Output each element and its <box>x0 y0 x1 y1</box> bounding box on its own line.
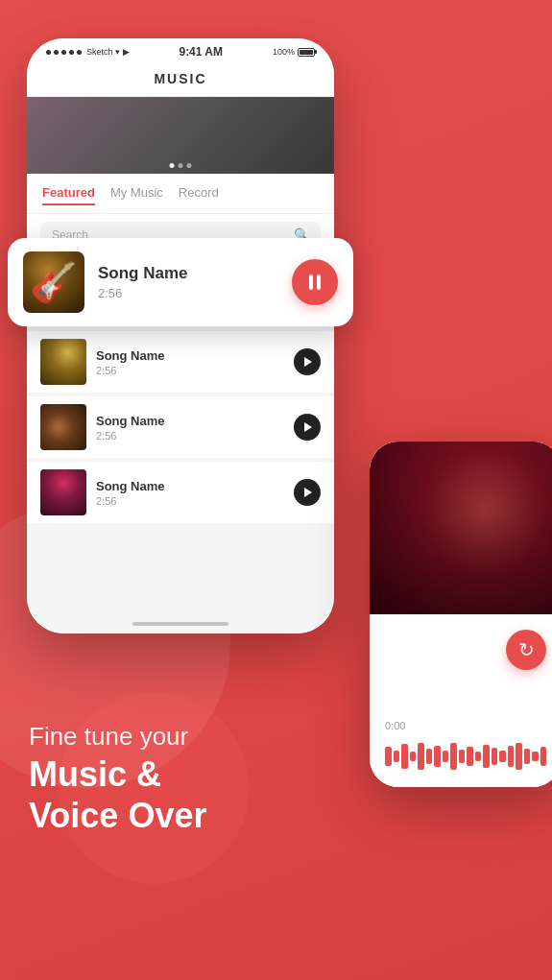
pause-bar-left <box>309 275 313 290</box>
song-duration: 2:56 <box>96 495 284 507</box>
waveform <box>385 741 546 772</box>
secondary-hero <box>370 442 552 614</box>
phone-time: 9:41 AM <box>179 45 223 59</box>
tab-record[interactable]: Record <box>179 185 219 205</box>
wave-bar <box>459 750 466 763</box>
play-icon <box>304 422 312 432</box>
now-playing-thumbnail: 🎸 <box>23 251 84 313</box>
battery-percent: 100% <box>273 47 295 57</box>
phone-signal-area: Sketch ▾ ▶ <box>46 47 130 57</box>
now-playing-card: 🎸 Song Name 2:56 <box>8 238 353 326</box>
hero-dot-1[interactable] <box>170 163 175 168</box>
song-thumbnail <box>40 339 86 385</box>
wave-bar <box>467 747 473 767</box>
hero-dots <box>170 163 192 168</box>
song-info: Song Name 2:56 <box>96 414 284 442</box>
home-indicator <box>132 622 228 626</box>
wave-bar <box>475 752 482 761</box>
song-duration: 2:56 <box>96 365 284 376</box>
now-playing-title: Song Name <box>98 264 278 283</box>
hero-overlay <box>27 97 334 174</box>
list-item[interactable]: Song Name 2:56 <box>27 396 334 458</box>
tabs-bar: Featured My Music Record <box>27 174 334 214</box>
secondary-phone: ↻ 0:00 <box>370 442 552 787</box>
song-thumbnail <box>40 469 86 515</box>
play-button[interactable] <box>294 348 321 375</box>
wave-bar <box>394 751 400 763</box>
song-info: Song Name 2:56 <box>96 348 284 376</box>
phone-battery-area: 100% <box>273 47 315 57</box>
song-thumbnail <box>40 404 86 450</box>
wave-bar <box>516 743 522 769</box>
wave-bar <box>492 748 498 765</box>
tagline-subtitle: Fine tune your <box>29 721 206 753</box>
play-icon <box>304 488 312 497</box>
wave-bar <box>540 747 547 765</box>
wave-bar <box>483 745 490 768</box>
wave-bar <box>524 749 531 764</box>
battery-icon <box>298 48 315 57</box>
main-phone: Sketch ▾ ▶ 9:41 AM 100% MUSIC <box>27 38 334 633</box>
now-playing-info: Song Name 2:56 <box>98 264 278 300</box>
secondary-content: ↻ 0:00 <box>370 614 552 787</box>
signal-dot-2 <box>54 50 59 55</box>
wave-bar <box>385 747 392 765</box>
song-name: Song Name <box>96 479 284 493</box>
replay-icon: ↻ <box>518 638 535 661</box>
phone-status-bar: Sketch ▾ ▶ 9:41 AM 100% <box>27 38 334 65</box>
guitar-icon: 🎸 <box>23 251 84 313</box>
signal-dot-3 <box>61 50 66 55</box>
hero-banner <box>27 97 334 174</box>
app-title: MUSIC <box>27 71 334 86</box>
signal-dot-1 <box>46 50 51 55</box>
network-label: Sketch ▾ ▶ <box>86 47 130 57</box>
wave-bar <box>401 744 408 769</box>
replay-button[interactable]: ↻ <box>506 630 546 670</box>
secondary-hero-overlay <box>370 442 552 614</box>
tagline-main: Music & Voice Over <box>29 753 206 836</box>
wave-bar <box>499 751 506 763</box>
wave-bar <box>426 749 433 764</box>
pause-icon <box>309 275 321 290</box>
tab-featured[interactable]: Featured <box>42 185 95 205</box>
wave-bar <box>434 746 441 767</box>
list-item[interactable]: Song Name 2:56 <box>27 462 334 523</box>
hero-dot-3[interactable] <box>187 163 192 168</box>
tagline-block: Fine tune your Music & Voice Over <box>29 721 206 836</box>
song-name: Song Name <box>96 414 284 428</box>
pause-bar-right <box>317 275 321 290</box>
wave-bar <box>418 743 424 771</box>
song-duration: 2:56 <box>96 430 284 442</box>
wave-bar <box>443 751 449 761</box>
play-icon <box>304 357 312 367</box>
wave-bar <box>508 746 515 767</box>
hero-dot-2[interactable] <box>179 163 183 168</box>
wave-bar <box>410 752 417 761</box>
app-header: MUSIC <box>27 65 334 97</box>
signal-dot-5 <box>77 50 82 55</box>
play-button[interactable] <box>294 479 321 506</box>
timer-display: 0:00 <box>385 720 546 731</box>
song-name: Song Name <box>96 348 284 363</box>
wave-bar <box>532 752 539 761</box>
pause-button[interactable] <box>292 259 338 305</box>
tab-my-music[interactable]: My Music <box>110 185 163 205</box>
wave-bar <box>450 743 457 769</box>
signal-dot-4 <box>69 50 74 55</box>
list-item[interactable]: Song Name 2:56 <box>27 331 334 393</box>
battery-fill <box>300 50 313 55</box>
play-button[interactable] <box>294 414 321 441</box>
song-info: Song Name 2:56 <box>96 479 284 507</box>
now-playing-duration: 2:56 <box>98 286 278 300</box>
